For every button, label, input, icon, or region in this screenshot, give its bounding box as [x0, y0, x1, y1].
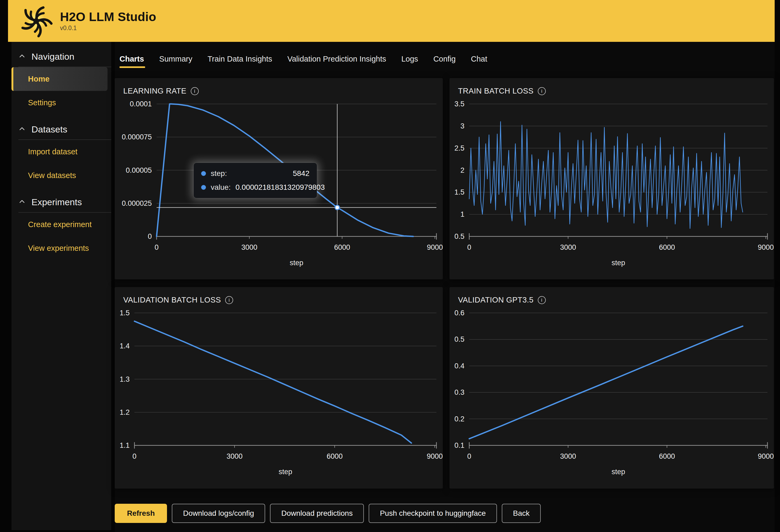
download-predictions-button[interactable]: Download predictions [270, 504, 364, 523]
chart-card-learning_rate: LEARNING RATEi00.0000250.000050.0000750.… [115, 78, 443, 279]
header-titles: H2O LLM Studio v0.0.1 [60, 10, 156, 32]
y-tick-label: 0.5 [454, 232, 465, 241]
back-button[interactable]: Back [502, 504, 541, 523]
sidebar-item-settings[interactable]: Settings [11, 91, 111, 115]
tab-charts[interactable]: Charts [119, 42, 144, 76]
x-axis-title: step [612, 259, 625, 267]
y-tick-label: 0 [148, 232, 152, 241]
x-tick-label: 3000 [241, 243, 257, 251]
chart-canvas-validation_batch_loss: 1.11.21.31.41.50300060009000step [115, 308, 443, 488]
chevron-up-icon [18, 51, 26, 62]
y-tick-label: 1.5 [119, 309, 130, 317]
x-tick-label: 3000 [560, 452, 576, 460]
tab-train-data-insights[interactable]: Train Data Insights [207, 42, 272, 76]
chart-title-row: LEARNING RATEi [115, 78, 443, 96]
x-tick-label: 0 [154, 243, 158, 251]
sidebar-item-view-experiments[interactable]: View experiments [11, 236, 111, 260]
tooltip-label: step: [211, 169, 227, 178]
download-logs-config-button[interactable]: Download logs/config [172, 504, 265, 523]
sidebar-item-create-experiment[interactable]: Create experiment [11, 213, 111, 236]
sidebar-section-label: Navigation [32, 51, 75, 62]
y-tick-label: 1.3 [119, 375, 130, 383]
y-tick-label: 0.6 [454, 309, 465, 317]
x-tick-label: 6000 [327, 452, 343, 460]
sidebar-section-label: Datasets [32, 124, 67, 135]
sidebar-section-datasets[interactable]: Datasets [11, 115, 111, 140]
chart-title-row: VALIDATION GPT3.5i [449, 287, 774, 305]
tooltip-value: 5842 [293, 169, 309, 178]
info-icon[interactable]: i [538, 296, 546, 304]
tab-summary[interactable]: Summary [159, 42, 192, 76]
app-root: H2O LLM Studio v0.0.1 NavigationHomeSett… [8, 0, 775, 532]
body-row: NavigationHomeSettingsDatasetsImport dat… [8, 42, 775, 532]
y-tick-label: 1.2 [119, 408, 130, 416]
x-axis-title: step [290, 259, 303, 267]
y-tick-label: 3.5 [454, 100, 465, 108]
y-tick-label: 0.0001 [130, 100, 152, 108]
sidebar: NavigationHomeSettingsDatasetsImport dat… [11, 42, 111, 530]
sidebar-section-experiments[interactable]: Experiments [11, 188, 111, 212]
main-content: ChartsSummaryTrain Data InsightsValidati… [115, 42, 775, 532]
tab-config[interactable]: Config [433, 42, 456, 76]
x-tick-label: 3000 [227, 452, 242, 460]
tab-chat[interactable]: Chat [471, 42, 487, 76]
x-tick-label: 9000 [758, 243, 774, 251]
y-tick-label: 0.2 [454, 415, 465, 423]
x-tick-label: 9000 [427, 452, 443, 460]
chart-title-row: VALIDATION BATCH LOSSi [115, 287, 443, 305]
chart-card-train_batch_loss: TRAIN BATCH LOSSi0.511.522.533.503000600… [449, 78, 774, 279]
sidebar-item-home[interactable]: Home [11, 67, 107, 91]
series-line [469, 326, 743, 439]
tab-validation-prediction-insights[interactable]: Validation Prediction Insights [287, 42, 386, 76]
sidebar-item-view-datasets[interactable]: View datasets [11, 164, 111, 188]
sidebar-section-navigation[interactable]: Navigation [11, 42, 111, 67]
x-tick-label: 9000 [427, 243, 443, 251]
tooltip-row: step:5842 [201, 169, 309, 178]
chart-card-validation_gpt3_5: VALIDATION GPT3.5i0.10.20.30.40.50.60300… [449, 287, 774, 488]
x-tick-label: 3000 [560, 243, 576, 251]
chart-title: VALIDATION GPT3.5 [458, 295, 534, 305]
x-tick-label: 6000 [659, 243, 675, 251]
series-dot-icon [201, 171, 206, 176]
y-tick-label: 0.000025 [121, 199, 152, 207]
x-axis-title: step [279, 468, 292, 476]
app-version: v0.0.1 [60, 24, 156, 32]
refresh-button[interactable]: Refresh [115, 504, 167, 523]
chart-title: VALIDATION BATCH LOSS [123, 295, 221, 305]
chart-tooltip: step:5842value:0.00002181831320979803 [194, 163, 317, 198]
chart-canvas-validation_gpt3_5: 0.10.20.30.40.50.60300060009000step [449, 308, 774, 488]
app-header: H2O LLM Studio v0.0.1 [8, 0, 775, 42]
x-axis-title: step [612, 468, 625, 476]
y-tick-label: 0.000075 [121, 133, 152, 141]
h2o-logo-icon [20, 5, 53, 37]
info-icon[interactable]: i [191, 87, 199, 95]
tooltip-value: 0.00002181831320979803 [236, 183, 325, 192]
action-bar: RefreshDownload logs/configDownload pred… [115, 504, 775, 523]
y-tick-label: 0.4 [454, 362, 465, 370]
tooltip-label: value: [211, 183, 231, 192]
y-tick-label: 0.1 [454, 441, 465, 449]
sidebar-item-import-dataset[interactable]: Import dataset [11, 140, 111, 164]
y-tick-label: 0.00005 [126, 166, 152, 174]
tab-bar: ChartsSummaryTrain Data InsightsValidati… [115, 42, 775, 76]
tooltip-row: value:0.00002181831320979803 [201, 183, 309, 192]
push-checkpoint-to-huggingface-button[interactable]: Push checkpoint to huggingface [369, 504, 497, 523]
x-tick-label: 6000 [334, 243, 350, 251]
y-tick-label: 3 [460, 122, 465, 130]
app-title: H2O LLM Studio [60, 10, 156, 24]
y-tick-label: 1.5 [454, 188, 465, 196]
x-tick-label: 0 [132, 452, 136, 460]
series-line [469, 121, 743, 228]
info-icon[interactable]: i [538, 87, 546, 95]
sidebar-section-label: Experiments [32, 197, 82, 207]
chart-card-validation_batch_loss: VALIDATION BATCH LOSSi1.11.21.31.41.5030… [115, 287, 443, 488]
y-tick-label: 0.3 [454, 388, 465, 396]
tab-logs[interactable]: Logs [401, 42, 418, 76]
x-tick-label: 0 [467, 243, 471, 251]
chart-title: LEARNING RATE [123, 86, 187, 96]
chevron-up-icon [18, 124, 26, 135]
chart-title-row: TRAIN BATCH LOSSi [449, 78, 774, 96]
y-tick-label: 2.5 [454, 144, 465, 152]
x-tick-label: 6000 [659, 452, 675, 460]
info-icon[interactable]: i [225, 296, 233, 304]
